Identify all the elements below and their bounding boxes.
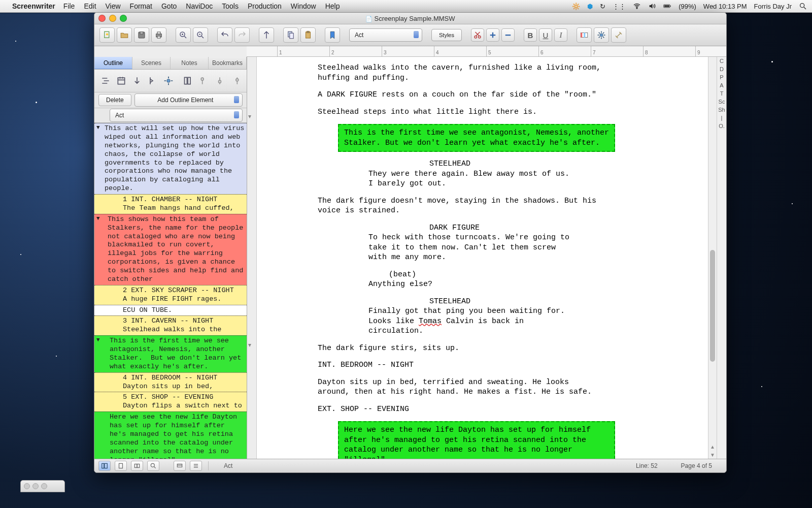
outline-item[interactable]: 5 EXT. SHOP -- EVENING Dayton flips a sw…: [94, 392, 247, 411]
paste-button[interactable]: [300, 27, 316, 43]
outline-columns-icon[interactable]: [183, 75, 194, 87]
outline-item[interactable]: Here we see the new life Dayton has set …: [94, 411, 247, 459]
wifi-icon[interactable]: [633, 2, 641, 10]
element-shortcut[interactable]: P: [720, 74, 723, 82]
scroll-down-arrow-icon[interactable]: ▼: [708, 452, 717, 458]
tools-button[interactable]: [611, 27, 626, 43]
fold-gutter[interactable]: ▾ ▾: [247, 57, 257, 459]
menu-goto[interactable]: Goto: [161, 2, 177, 10]
parenthetical[interactable]: (beat): [318, 270, 526, 280]
outline-slider3-icon[interactable]: [230, 75, 242, 87]
volume-icon[interactable]: [648, 2, 656, 10]
disclosure-triangle-icon[interactable]: ▼: [96, 337, 100, 344]
outline-settings-icon[interactable]: [162, 75, 174, 87]
fold-chevron-icon[interactable]: ▾: [248, 341, 251, 348]
styles-button[interactable]: Styles: [431, 29, 462, 41]
element-shortcut[interactable]: T: [720, 90, 724, 99]
scene-heading[interactable]: INT. BEDROOM -- NIGHT: [318, 360, 601, 370]
menu-help[interactable]: Help: [325, 2, 340, 10]
outline-calendar-icon[interactable]: [115, 75, 127, 87]
element-shortcut[interactable]: D: [720, 66, 724, 74]
window-close-button[interactable]: [98, 15, 106, 22]
screenplay-page[interactable]: Steelhead walks into the cavern, furnish…: [257, 57, 708, 459]
view-navidoc-button[interactable]: [98, 461, 111, 471]
action-paragraph[interactable]: Steelhead walks into the cavern, furnish…: [318, 63, 601, 83]
outline-item[interactable]: ▼This act will set up how the virus wipe…: [94, 123, 247, 194]
outline-indent-icon[interactable]: [99, 75, 111, 87]
outline-item[interactable]: 3 INT. CAVERN -- NIGHT Steelhead walks i…: [94, 315, 247, 335]
menu-window[interactable]: Window: [291, 2, 316, 10]
fold-chevron-icon[interactable]: ▾: [248, 113, 251, 120]
menu-navidoc[interactable]: NaviDoc: [186, 2, 213, 10]
zoom-out-button[interactable]: [193, 27, 208, 43]
redo-button[interactable]: [234, 27, 250, 43]
tab-bookmarks[interactable]: Bookmarks: [209, 57, 247, 69]
dialogue[interactable]: They were there again. Blew away most of…: [318, 169, 569, 189]
outline-slider1-icon[interactable]: [198, 75, 210, 87]
action-paragraph[interactable]: A DARK FIGURE rests on a couch on the fa…: [318, 90, 601, 100]
dialogue[interactable]: Finally got that ping you been waiting f…: [318, 306, 569, 336]
menu-view[interactable]: View: [106, 2, 121, 10]
action-paragraph[interactable]: The dark figure stirs, sits up.: [318, 343, 601, 354]
action-paragraph[interactable]: Steelhead steps into what little light t…: [318, 107, 601, 117]
view-list-button[interactable]: [190, 461, 202, 471]
menu-extra-icon[interactable]: 🔆: [572, 3, 580, 10]
window-zoom-button[interactable]: [120, 15, 127, 22]
script-note[interactable]: This is the first time we see antagonist…: [338, 124, 615, 152]
element-shortcut[interactable]: |: [721, 115, 723, 123]
menu-format[interactable]: Format: [130, 2, 152, 10]
add-element-button[interactable]: [486, 28, 499, 42]
menu-edit[interactable]: Edit: [84, 2, 96, 10]
tab-notes[interactable]: Notes: [171, 57, 209, 69]
outline-collapse-icon[interactable]: [147, 75, 158, 87]
view-pages-button[interactable]: [131, 461, 143, 471]
remove-element-button[interactable]: [501, 28, 515, 42]
new-document-button[interactable]: [99, 27, 115, 43]
script-note[interactable]: Here we see the new life Dayton has set …: [338, 421, 615, 459]
undo-button[interactable]: [217, 27, 232, 43]
character-cue[interactable]: DARK FIGURE: [318, 223, 708, 233]
bookmark-button[interactable]: [325, 27, 340, 43]
outline-item[interactable]: ECU ON TUBE.: [94, 305, 247, 316]
disclosure-triangle-icon[interactable]: ▼: [96, 124, 100, 132]
outline-list[interactable]: ▼This act will set up how the virus wipe…: [94, 123, 247, 459]
add-outline-select[interactable]: Add Outline Element: [134, 93, 243, 107]
zoom-in-button[interactable]: [176, 27, 191, 43]
menu-tools[interactable]: Tools: [222, 2, 239, 10]
dropbox-icon[interactable]: ⬢: [587, 3, 593, 10]
outline-slider2-icon[interactable]: [214, 75, 226, 87]
window-titlebar[interactable]: Screenplay Sample.MMSW: [94, 13, 726, 24]
outline-item[interactable]: 4 INT. BEDROOM -- NIGHT Dayton sits up i…: [94, 372, 247, 392]
element-shortcut[interactable]: A: [720, 82, 723, 90]
clock[interactable]: Wed 10:13 PM: [703, 3, 747, 10]
action-paragraph[interactable]: The dark figure doesn't move, staying in…: [318, 196, 601, 216]
copy-button[interactable]: [283, 27, 298, 43]
goto-button[interactable]: [259, 27, 274, 43]
spellcheck-mark[interactable]: Tomas: [419, 317, 442, 326]
scrollbar-thumb[interactable]: [710, 250, 715, 362]
scene-heading[interactable]: EXT. SHOP -- EVENING: [318, 404, 601, 415]
dialogue[interactable]: To heck with those turncoats. We're goin…: [318, 233, 569, 263]
cut-button[interactable]: [471, 28, 484, 42]
window-minimize-button[interactable]: [109, 15, 116, 22]
outline-item[interactable]: ▼This is the first time we see antagonis…: [94, 335, 247, 372]
dialogue[interactable]: Anything else?: [318, 279, 569, 290]
view-zoom-button[interactable]: [147, 461, 159, 471]
print-button[interactable]: [151, 27, 166, 43]
view-page-button[interactable]: [115, 461, 127, 471]
action-paragraph[interactable]: Dayton sits up in bed, terrified and swe…: [318, 377, 601, 397]
outline-filter-select[interactable]: Act: [110, 109, 243, 122]
save-button[interactable]: [134, 27, 149, 43]
outline-item[interactable]: ▼This shows how this team of Stalkers, t…: [94, 214, 247, 285]
outline-move-down-icon[interactable]: [131, 75, 143, 87]
timemachine-icon[interactable]: ↻: [600, 3, 605, 10]
element-shortcut[interactable]: C: [720, 58, 724, 66]
bold-button[interactable]: B: [524, 28, 537, 42]
outline-item[interactable]: 2 EXT. SKY SCRAPER -- NIGHT A huge FIRE …: [94, 285, 247, 305]
background-window[interactable]: [20, 480, 65, 492]
character-cue[interactable]: STEELHEAD: [318, 297, 708, 307]
element-shortcut[interactable]: Sc: [719, 99, 725, 107]
tab-outline[interactable]: Outline: [94, 57, 132, 69]
battery-icon[interactable]: [663, 2, 671, 10]
disclosure-triangle-icon[interactable]: ▼: [96, 215, 100, 223]
